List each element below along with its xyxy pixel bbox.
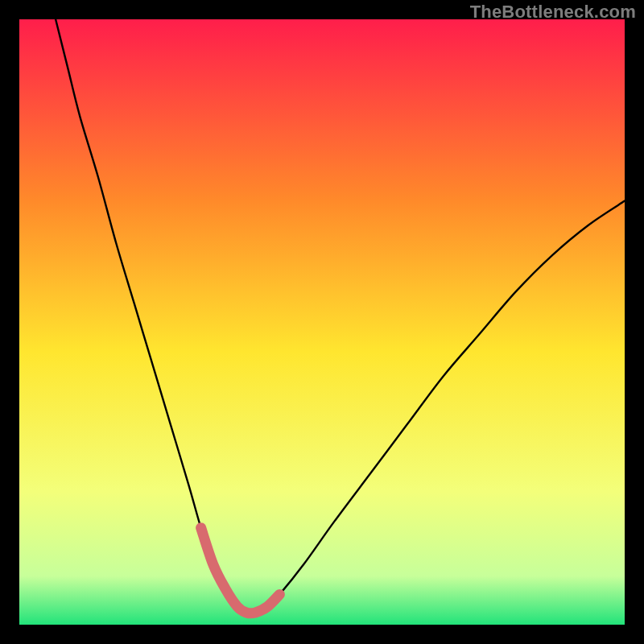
gradient-background <box>19 19 625 625</box>
chart-svg <box>19 19 625 625</box>
chart-frame: TheBottleneck.com <box>0 0 644 644</box>
plot-area <box>19 19 625 625</box>
